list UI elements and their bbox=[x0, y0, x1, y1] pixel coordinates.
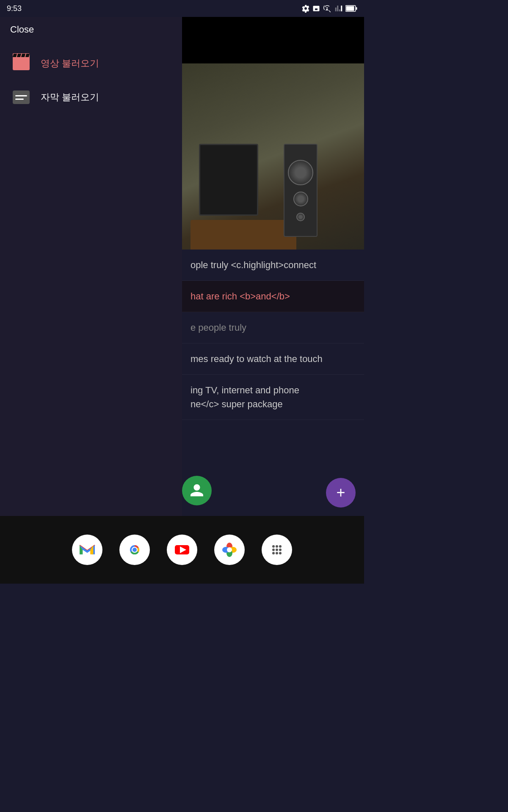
chrome-icon bbox=[124, 539, 145, 560]
speaker-mid bbox=[296, 213, 305, 221]
svg-point-35 bbox=[276, 552, 278, 554]
battery-icon bbox=[345, 5, 357, 12]
svg-point-17 bbox=[133, 548, 137, 552]
clapper-stripe-4 bbox=[25, 54, 30, 57]
gmail-icon bbox=[78, 542, 97, 557]
status-time: 9:53 bbox=[7, 4, 22, 13]
drawer-items: 영상 불러오기 자막 불러오기 bbox=[0, 42, 182, 118]
load-subtitle-label: 자막 불러오기 bbox=[41, 91, 99, 104]
scene-content bbox=[182, 63, 364, 250]
fab-button[interactable]: + bbox=[326, 478, 356, 508]
svg-point-32 bbox=[276, 549, 278, 551]
status-bar: 9:53 bbox=[0, 0, 364, 17]
wifi-icon bbox=[323, 5, 332, 12]
svg-point-29 bbox=[276, 545, 278, 548]
close-button[interactable]: Close bbox=[10, 24, 34, 35]
svg-point-33 bbox=[279, 549, 282, 551]
tv-monitor bbox=[199, 144, 258, 216]
subtitle-lines bbox=[15, 95, 27, 100]
subtitle-line-1 bbox=[15, 95, 27, 96]
load-video-label: 영상 불러오기 bbox=[41, 57, 99, 70]
subtitle-block-5: ing TV, internet and phone ne</c> super … bbox=[182, 375, 364, 420]
clapper-stripe-1 bbox=[13, 54, 17, 57]
avatar-icon bbox=[189, 483, 204, 498]
clapper-stripe-2 bbox=[17, 54, 21, 57]
clapper-stripes bbox=[13, 53, 30, 58]
bottom-dock bbox=[0, 516, 364, 584]
subtitle-block-1: ople truly <c.highlight>connect bbox=[182, 250, 364, 281]
svg-point-30 bbox=[279, 545, 282, 548]
svg-point-36 bbox=[279, 552, 282, 554]
svg-point-28 bbox=[272, 545, 275, 548]
sim-icon bbox=[312, 4, 320, 13]
dock-gmail[interactable] bbox=[72, 535, 102, 565]
subtitle-text-3: e people truly bbox=[190, 322, 246, 333]
small-avatar bbox=[182, 476, 212, 505]
dock-youtube[interactable] bbox=[167, 535, 197, 565]
clapper-stripe-3 bbox=[21, 54, 25, 57]
subtitle-block-4: mes ready to watch at the touch bbox=[182, 343, 364, 375]
drawer-item-load-subtitle[interactable]: 자막 불러오기 bbox=[0, 80, 182, 114]
subtitle-text-5b: ne</c> super package bbox=[190, 399, 283, 409]
subtitle-text-1: ople truly <c.highlight>connect bbox=[190, 260, 316, 270]
speaker-tweeter bbox=[293, 192, 308, 206]
settings-icon bbox=[301, 4, 310, 13]
svg-point-31 bbox=[272, 549, 275, 551]
fab-label: + bbox=[336, 484, 345, 502]
dock-photos[interactable] bbox=[214, 535, 245, 565]
speaker-woofer bbox=[288, 160, 313, 185]
svg-rect-1 bbox=[356, 7, 357, 10]
subtitle-text-4: mes ready to watch at the touch bbox=[190, 354, 323, 364]
signal-icon bbox=[334, 5, 343, 12]
clapper-icon-wrapper bbox=[12, 56, 30, 71]
svg-point-34 bbox=[272, 552, 275, 554]
dock-chrome[interactable] bbox=[119, 535, 150, 565]
svg-point-26 bbox=[227, 547, 232, 552]
status-icons bbox=[301, 4, 357, 13]
drawer-item-load-video[interactable]: 영상 불러오기 bbox=[0, 47, 182, 80]
video-area bbox=[182, 17, 364, 250]
subtitle-text-5: ing TV, internet and phone bbox=[190, 385, 299, 395]
drawer-overlay: Close 영상 불러오기 bbox=[0, 0, 182, 584]
subtitle-block-2: hat are rich <b>and</b> bbox=[182, 281, 364, 312]
speaker bbox=[284, 144, 318, 237]
video-scene bbox=[182, 63, 364, 250]
youtube-icon bbox=[171, 539, 193, 560]
dock-apps[interactable] bbox=[262, 535, 292, 565]
subtitle-text-2: hat are rich <b>and</b> bbox=[190, 291, 290, 302]
svg-rect-2 bbox=[346, 6, 354, 11]
clapper-icon bbox=[13, 57, 30, 70]
subtitle-content: ople truly <c.highlight>connect hat are … bbox=[182, 250, 364, 516]
apps-grid-icon bbox=[266, 539, 287, 560]
subtitle-line-2 bbox=[15, 99, 24, 100]
subtitle-icon bbox=[13, 91, 30, 104]
subtitle-icon-wrapper bbox=[12, 90, 30, 105]
subtitle-block-3: e people truly bbox=[182, 312, 364, 343]
video-black-top bbox=[182, 17, 364, 63]
photos-icon bbox=[219, 539, 240, 560]
